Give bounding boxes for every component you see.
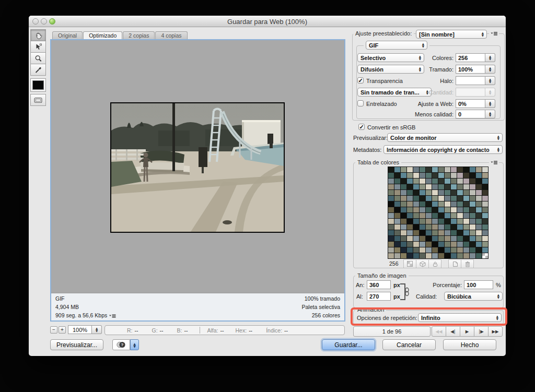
- color-swatch[interactable]: [463, 173, 469, 178]
- color-swatch[interactable]: [451, 213, 457, 218]
- color-swatch[interactable]: [445, 190, 450, 195]
- color-swatch[interactable]: [463, 213, 469, 218]
- color-swatch[interactable]: [445, 247, 450, 253]
- color-swatch[interactable]: [438, 207, 444, 212]
- color-swatch[interactable]: [463, 207, 469, 212]
- preview-image[interactable]: [110, 102, 285, 233]
- color-swatch[interactable]: [482, 167, 488, 172]
- quality-dropdown[interactable]: Bicúbica ▲▼: [444, 292, 503, 301]
- color-swatch[interactable]: [463, 242, 469, 247]
- color-swatch[interactable]: [388, 213, 394, 218]
- color-swatch[interactable]: [463, 219, 469, 224]
- next-frame-button[interactable]: |▶: [474, 326, 489, 337]
- color-swatch[interactable]: [388, 219, 394, 224]
- color-swatch[interactable]: [451, 207, 457, 212]
- color-swatch[interactable]: [426, 253, 432, 258]
- color-swatch[interactable]: [394, 207, 400, 212]
- color-swatch[interactable]: [482, 236, 488, 241]
- color-swatch[interactable]: [445, 201, 450, 207]
- color-swatch[interactable]: [420, 190, 425, 195]
- status-menu-icon[interactable]: [109, 314, 116, 318]
- color-swatch[interactable]: [407, 167, 413, 172]
- color-swatch[interactable]: [470, 190, 475, 195]
- color-swatch[interactable]: [388, 184, 394, 189]
- color-swatch[interactable]: [470, 253, 475, 258]
- color-swatch[interactable]: [438, 196, 444, 201]
- color-swatch[interactable]: [463, 253, 469, 258]
- color-swatch[interactable]: [451, 179, 457, 184]
- color-swatch[interactable]: [451, 247, 457, 253]
- color-swatch[interactable]: [445, 207, 450, 212]
- color-swatch[interactable]: [445, 242, 450, 247]
- color-swatch[interactable]: [476, 201, 482, 207]
- color-swatch[interactable]: [445, 167, 450, 172]
- color-swatch[interactable]: [482, 242, 488, 247]
- color-swatch[interactable]: [457, 184, 463, 189]
- color-swatch[interactable]: [432, 167, 438, 172]
- color-swatch[interactable]: [426, 219, 432, 224]
- color-swatch[interactable]: [457, 179, 463, 184]
- color-swatch[interactable]: [407, 242, 413, 247]
- color-swatch[interactable]: [394, 201, 400, 207]
- slice-select-tool-button[interactable]: [30, 41, 46, 53]
- color-swatch[interactable]: [413, 247, 419, 253]
- zoom-tool-button[interactable]: [30, 52, 46, 64]
- color-swatch[interactable]: [470, 213, 475, 218]
- lossy-value[interactable]: 0: [456, 110, 485, 118]
- color-swatch[interactable]: [420, 201, 425, 207]
- link-dimensions-icon[interactable]: [399, 282, 410, 302]
- color-swatch[interactable]: [476, 219, 482, 224]
- color-swatch[interactable]: [482, 219, 488, 224]
- color-swatch[interactable]: [457, 167, 463, 172]
- color-swatch[interactable]: [407, 230, 413, 235]
- color-swatch[interactable]: [413, 173, 419, 178]
- preset-menu-button[interactable]: [489, 31, 499, 37]
- color-swatch[interactable]: [438, 179, 444, 184]
- color-swatch[interactable]: [457, 190, 463, 195]
- color-swatch[interactable]: [426, 247, 432, 253]
- color-swatch[interactable]: [426, 196, 432, 201]
- color-swatch[interactable]: [407, 190, 413, 195]
- color-swatch[interactable]: [476, 224, 482, 230]
- color-swatch[interactable]: [457, 207, 463, 212]
- color-swatch[interactable]: [432, 224, 438, 230]
- matte-stepper[interactable]: ▲▼: [456, 76, 495, 85]
- color-swatch[interactable]: [470, 196, 475, 201]
- color-swatch[interactable]: [388, 236, 394, 241]
- color-swatch[interactable]: [432, 236, 438, 241]
- color-swatch[interactable]: [438, 201, 444, 207]
- percent-field[interactable]: 100: [464, 280, 493, 289]
- color-swatch[interactable]: [438, 219, 444, 224]
- color-swatch[interactable]: [394, 253, 400, 258]
- color-swatch[interactable]: [457, 173, 463, 178]
- color-swatch[interactable]: [407, 247, 413, 253]
- color-swatch[interactable]: [407, 179, 413, 184]
- color-swatch[interactable]: [451, 242, 457, 247]
- color-swatch[interactable]: [394, 236, 400, 241]
- color-swatch[interactable]: [401, 179, 406, 184]
- color-swatch[interactable]: [476, 242, 482, 247]
- color-swatch[interactable]: [407, 236, 413, 241]
- color-swatch[interactable]: [394, 190, 400, 195]
- color-swatch[interactable]: [438, 224, 444, 230]
- zoom-out-button[interactable]: −: [50, 326, 57, 334]
- color-swatch[interactable]: [451, 224, 457, 230]
- color-swatch[interactable]: [432, 179, 438, 184]
- color-swatch[interactable]: [457, 230, 463, 235]
- color-swatch[interactable]: [470, 247, 475, 253]
- color-swatch[interactable]: [413, 167, 419, 172]
- height-field[interactable]: 270: [367, 292, 391, 301]
- tab-original[interactable]: Original: [52, 31, 83, 39]
- color-swatch[interactable]: [482, 224, 488, 230]
- color-swatch[interactable]: [426, 167, 432, 172]
- color-swatch[interactable]: [482, 230, 488, 235]
- color-swatch[interactable]: [476, 173, 482, 178]
- web-shift-button[interactable]: [416, 259, 429, 268]
- color-swatch[interactable]: [451, 196, 457, 201]
- tab-4-copias[interactable]: 4 copias: [155, 31, 187, 39]
- color-swatch[interactable]: [413, 253, 419, 258]
- convert-srgb-checkbox[interactable]: ✓: [358, 124, 365, 130]
- color-swatch[interactable]: [457, 219, 463, 224]
- color-swatch[interactable]: [463, 167, 469, 172]
- color-swatch[interactable]: [445, 184, 450, 189]
